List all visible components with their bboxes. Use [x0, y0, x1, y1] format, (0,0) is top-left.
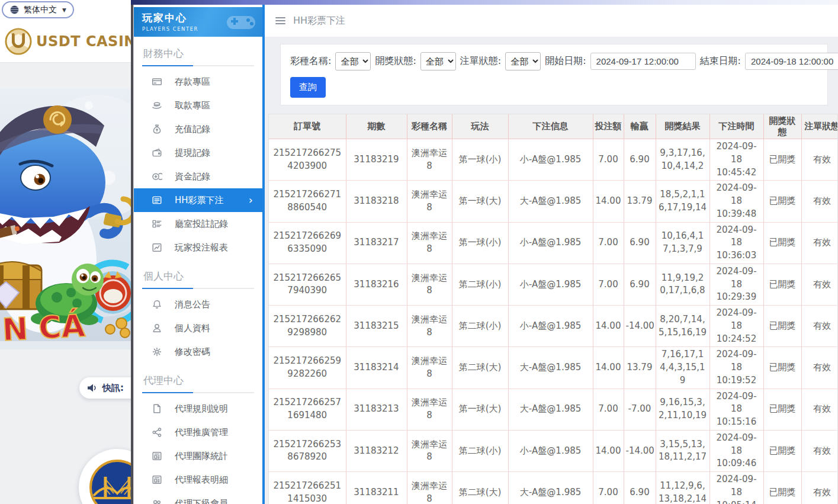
cell-bet-info: 大-A盤@1.985: [508, 472, 593, 504]
table-row: 215217266262929898031183215澳洲幸运8第二球(小)小-…: [269, 306, 838, 347]
sidebar-item-label: 提現記錄: [175, 147, 210, 159]
col-header-win-loss: 輸贏: [624, 114, 656, 139]
sidebar-item-agent-sub-members[interactable]: 代理下級會員: [134, 492, 262, 504]
cell-draw-status: 已開獎: [763, 347, 801, 389]
cell-order-status: 有效: [801, 347, 838, 389]
quick-news-pill[interactable]: 快訊:: [79, 377, 131, 399]
recharge-bag-icon: [152, 124, 162, 134]
sidebar-item-player-bet-report[interactable]: 玩家投注報表: [134, 236, 262, 259]
cell-play: 第二球(大): [452, 472, 508, 504]
sidebar-item-hall-bet-records[interactable]: 廳室投註記錄: [134, 212, 262, 236]
cell-draw-result: 18,5,2,1,16,17,19,14: [656, 181, 709, 222]
sidebar-item-recharge-records[interactable]: 充值記錄: [134, 117, 262, 141]
cell-order-no: 2152172662754203900: [269, 139, 346, 181]
col-header-period: 期數: [346, 114, 407, 139]
cell-win-loss: -14.00: [624, 430, 656, 471]
sidebar-item-label: 資金記錄: [175, 171, 210, 182]
start-date-input[interactable]: [590, 53, 696, 70]
sidebar-item-announcements[interactable]: 消息公告: [134, 293, 262, 316]
cell-lottery-name: 澳洲幸运8: [407, 389, 452, 430]
sidebar-item-funds-records[interactable]: 資金記錄: [134, 165, 262, 188]
cell-order-no: 2152172662657940390: [269, 264, 346, 305]
sidebar-item-withdraw-area[interactable]: 取款專區: [134, 94, 262, 117]
section-underline: [142, 65, 254, 66]
bridge-logo-badge[interactable]: [79, 449, 131, 504]
cell-order-no: 2152172662571691480: [269, 389, 346, 430]
cell-lottery-name: 澳洲幸运8: [407, 472, 452, 504]
language-selector[interactable]: 繁体中文 ▼: [2, 1, 74, 18]
deposit-card-icon: [152, 76, 162, 87]
sidebar-item-agent-rules[interactable]: 代理規則說明: [134, 397, 262, 420]
table-row: 215217266251141503031183211澳洲幸运8第二球(大)大-…: [269, 472, 838, 504]
cell-period: 31183217: [346, 222, 407, 264]
sidebar-item-agent-promotion[interactable]: 代理推廣管理: [134, 420, 262, 444]
cell-bet-amount: 7.00: [593, 472, 624, 504]
table-row: 215217266271886054031183218澳洲幸运8第一球(大)大-…: [269, 181, 838, 222]
draw-status-select[interactable]: 全部: [420, 52, 456, 70]
table-row: 215217266253867892031183212澳洲幸运8第二球(小)小-…: [269, 430, 838, 471]
table-row: 215217266259928226031183214澳洲幸运8第二球(大)大-…: [269, 347, 838, 389]
cell-order-status: 有效: [801, 139, 838, 181]
password-gear-icon: [152, 346, 162, 357]
table-header-row: 訂單號期數彩種名稱玩法下注信息投注額輸贏開獎結果下注時間開獎狀態注單狀態: [269, 114, 838, 139]
sidebar-item-agent-report-details[interactable]: 代理報表明細: [134, 468, 262, 492]
gamepad-icon: [226, 11, 256, 33]
sidebar-item-label: 代理推廣管理: [175, 427, 228, 438]
cell-draw-result: 8,20,7,14,5,15,16,19: [656, 306, 709, 347]
cell-bet-info: 大-A盤@1.985: [508, 389, 593, 430]
agent-rules-doc-icon: [152, 403, 162, 414]
withdraw-hand-icon: [152, 100, 162, 111]
hamburger-menu-icon[interactable]: [275, 17, 285, 24]
cell-draw-status: 已開獎: [763, 181, 801, 222]
lottery-name-select[interactable]: 全部: [335, 52, 371, 70]
sidebar-item-deposit-area[interactable]: 存款專區: [134, 70, 262, 94]
cell-lottery-name: 澳洲幸运8: [407, 306, 452, 347]
cell-draw-result: 9,3,17,16,10,4,14,2: [656, 139, 709, 181]
chevron-down-icon: ▼: [62, 7, 66, 13]
end-date-input[interactable]: [745, 53, 838, 70]
cell-bet-time: 2024-09-18 10:24:52: [709, 306, 763, 347]
order-status-select[interactable]: 全部: [505, 52, 541, 70]
section-underline: [142, 288, 254, 289]
cell-draw-status: 已開獎: [763, 389, 801, 430]
withdraw-wallet-icon: [152, 147, 162, 158]
cell-play: 第一球(小): [452, 222, 508, 264]
cell-order-no: 2152172662629298980: [269, 306, 346, 347]
sidebar-item-label: 取款專區: [175, 100, 210, 111]
cell-order-status: 有效: [801, 430, 838, 471]
search-button[interactable]: 查詢: [290, 77, 326, 98]
order-status-label: 注單狀態:: [460, 55, 501, 68]
sidebar-section-title: 代理中心: [143, 374, 253, 387]
sidebar-item-agent-team-stats[interactable]: 代理團隊統計: [134, 444, 262, 468]
cell-lottery-name: 澳洲幸运8: [407, 347, 452, 389]
promo-illustration: N CÁ: [0, 89, 131, 349]
topbar: HH彩票下注: [265, 5, 838, 37]
main-content: HH彩票下注 彩種名稱: 全部 開獎狀態: 全部 注單狀態: 全部 開始日期: …: [265, 5, 838, 504]
sidebar-section-title: 個人中心: [143, 269, 253, 283]
sidebar-item-change-password[interactable]: 修改密碼: [134, 340, 262, 364]
cell-bet-amount: 7.00: [593, 389, 624, 430]
brand-logo-icon: [5, 28, 32, 55]
col-header-play: 玩法: [452, 114, 508, 139]
cell-bet-info: 小-A盤@1.985: [508, 139, 593, 181]
cell-bet-time: 2024-09-18 10:39:48: [709, 181, 763, 222]
draw-status-label: 開獎狀態:: [375, 55, 416, 68]
cell-win-loss: 6.90: [624, 472, 656, 504]
cell-period: 31183219: [346, 139, 407, 181]
cell-play: 第二球(大): [452, 347, 508, 389]
cell-draw-status: 已開獎: [763, 430, 801, 471]
sidebar-item-hh-lottery-bets[interactable]: HH彩票下注›: [134, 188, 262, 212]
sidebar-item-withdraw-records[interactable]: 提現記錄: [134, 141, 262, 165]
bets-table: 訂單號期數彩種名稱玩法下注信息投注額輸贏開獎結果下注時間開獎狀態注單狀態 215…: [269, 114, 838, 504]
cell-bet-time: 2024-09-18 10:15:16: [709, 389, 763, 430]
sidebar-item-label: 消息公告: [175, 299, 210, 310]
chevron-right-icon: ›: [249, 195, 253, 206]
cell-draw-result: 10,16,4,17,1,3,7,9: [656, 222, 709, 264]
sidebar-item-profile[interactable]: 個人資料: [134, 316, 262, 340]
agent-members-icon: [152, 498, 162, 504]
report-chart-icon: [152, 242, 162, 253]
col-header-bet-time: 下注時間: [709, 114, 763, 139]
cell-order-no: 2152172662511415030: [269, 472, 346, 504]
sidebar-item-label: 充值記錄: [175, 124, 210, 135]
col-header-bet-amount: 投注額: [593, 114, 624, 139]
